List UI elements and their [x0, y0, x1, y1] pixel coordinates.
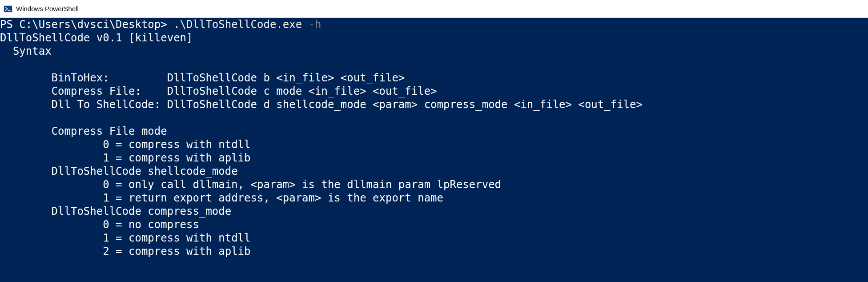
output-line: Dll To ShellCode: DllToShellCode d shell…: [0, 98, 643, 111]
output-line: BinToHex: DllToShellCode b <in_file> <ou…: [0, 72, 405, 84]
output-line: DllToShellCode compress_mode: [0, 205, 231, 218]
output-line: DllToShellCode shellcode_mode: [0, 165, 238, 177]
command-text: .\DllToShellCode.exe: [173, 18, 302, 31]
prompt-text: PS C:\Users\dvsci\Desktop>: [0, 18, 173, 31]
svg-rect-0: [4, 6, 12, 12]
output-line: Syntax: [0, 45, 52, 57]
output-line: 0 = only call dllmain, <param> is the dl…: [0, 178, 501, 191]
output-line: Compress File: DllToShellCode c mode <in…: [0, 85, 437, 97]
window-title: Windows PowerShell: [16, 5, 79, 12]
output-line: Compress File mode: [0, 125, 167, 137]
console-area[interactable]: PS C:\Users\dvsci\Desktop> .\DllToShellC…: [0, 18, 868, 282]
window-title-bar[interactable]: Windows PowerShell: [0, 0, 868, 18]
command-flag: -h: [302, 18, 321, 31]
output-line: 0 = compress with ntdll: [0, 138, 251, 151]
output-line: 2 = compress with aplib: [0, 245, 251, 258]
output-line: DllToShellCode v0.1 [killeven]: [0, 32, 193, 44]
output-line: 1 = compress with aplib: [0, 152, 251, 164]
output-line: 0 = no compress: [0, 218, 199, 231]
output-line: 1 = compress with ntdll: [0, 232, 251, 244]
output-line: 1 = return export address, <param> is th…: [0, 192, 443, 204]
powershell-icon: [4, 4, 12, 13]
